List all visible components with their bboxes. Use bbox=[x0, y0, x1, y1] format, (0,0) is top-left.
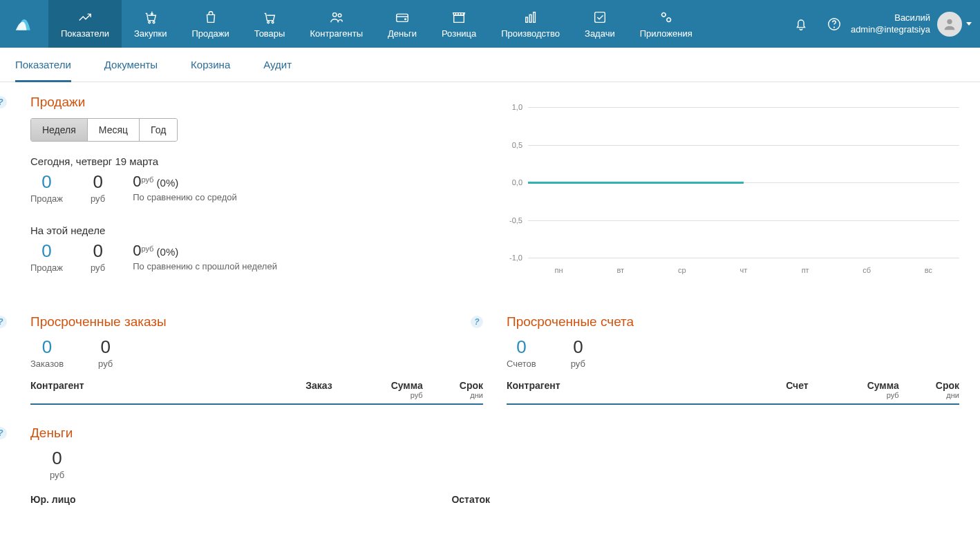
chart-data-line bbox=[528, 182, 744, 184]
subnav-audit[interactable]: Аудит bbox=[263, 48, 292, 82]
compare-sub: По сравнению с прошлой неделей bbox=[133, 261, 277, 271]
nav-sales[interactable]: Продажи bbox=[179, 0, 241, 48]
nav-label: Показатели bbox=[61, 28, 109, 39]
overdue-orders-stats: 0 Заказов 0 руб bbox=[30, 338, 483, 369]
week-count: 0 Продаж bbox=[30, 242, 63, 273]
nav-label: Контрагенты bbox=[310, 28, 363, 39]
orders-count: 0 Заказов bbox=[30, 338, 64, 369]
th-legal-entity: Юр. лицо bbox=[30, 494, 398, 505]
nav-counterparties[interactable]: Контрагенты bbox=[297, 0, 375, 48]
nav-label: Задачи bbox=[585, 28, 615, 39]
th-order: Заказ bbox=[211, 380, 332, 399]
stat-value: 0 bbox=[507, 338, 536, 356]
overdue-invoices-stats: 0 Счетов 0 руб bbox=[507, 338, 959, 369]
xtick: сб bbox=[836, 266, 898, 274]
period-month[interactable]: Месяц bbox=[88, 119, 140, 141]
sales-title: Продажи bbox=[30, 95, 488, 110]
wallet-icon bbox=[395, 10, 410, 26]
help-circle-icon bbox=[827, 17, 842, 32]
compare-sub: По сравнению со средой bbox=[133, 192, 237, 202]
orders-amount: 0 руб bbox=[98, 338, 113, 369]
compare-value: 0 bbox=[133, 242, 141, 259]
nav-purchases[interactable]: Закупки bbox=[122, 0, 179, 48]
stat-label: Заказов bbox=[30, 359, 64, 369]
nav-indicators[interactable]: Показатели bbox=[48, 0, 122, 48]
subnav-documents[interactable]: Документы bbox=[104, 48, 158, 82]
period-toggle: Неделя Месяц Год bbox=[30, 118, 178, 142]
bell-icon bbox=[793, 17, 809, 32]
stat-value: 0 bbox=[30, 173, 63, 191]
check-square-icon bbox=[592, 10, 607, 26]
nav-tasks[interactable]: Задачи bbox=[572, 0, 628, 48]
period-year[interactable]: Год bbox=[140, 119, 177, 141]
nav-label: Деньги bbox=[388, 28, 417, 39]
stat-value: 0 bbox=[98, 338, 113, 356]
nav-label: Товары bbox=[254, 28, 285, 39]
compare-value: 0 bbox=[133, 173, 141, 190]
nav-apps[interactable]: Приложения bbox=[628, 0, 705, 48]
stat-label: руб bbox=[91, 193, 105, 204]
nav-label: Производство bbox=[501, 28, 560, 39]
stat-value: 0 bbox=[50, 449, 64, 467]
nav-goods[interactable]: Товары bbox=[242, 0, 298, 48]
logo[interactable] bbox=[0, 0, 48, 48]
top-nav: Показатели Закупки Продажи Товары Контра… bbox=[0, 0, 980, 48]
sales-chart: 1,0 0,5 0,0 -0,5 -1,0 пн вт ср чт пт сб … bbox=[502, 102, 959, 274]
th-invoice: Счет bbox=[688, 380, 809, 399]
sub-nav: Показатели Документы Корзина Аудит bbox=[0, 48, 980, 82]
nav-production[interactable]: Производство bbox=[489, 0, 572, 48]
money-panel: ? Деньги 0 руб Юр. лицо Остаток bbox=[21, 426, 490, 509]
help-badge[interactable]: ? bbox=[471, 316, 483, 328]
nav-money[interactable]: Деньги bbox=[375, 0, 429, 48]
overdue-invoices-panel: ? Просроченные счета 0 Счетов 0 руб Конт… bbox=[497, 314, 959, 405]
svg-rect-11 bbox=[595, 12, 605, 23]
store-icon bbox=[451, 10, 467, 26]
nav-right: Василий admin@integratsiya bbox=[784, 0, 980, 48]
stat-value: 0 bbox=[571, 338, 585, 356]
week-amount: 0 руб bbox=[91, 242, 105, 273]
subnav-indicators[interactable]: Показатели bbox=[15, 48, 71, 82]
svg-point-0 bbox=[148, 21, 150, 23]
subnav-trash[interactable]: Корзина bbox=[191, 48, 230, 82]
money-title: Деньги bbox=[30, 426, 490, 441]
bag-icon bbox=[203, 10, 218, 26]
nav-retail[interactable]: Розница bbox=[429, 0, 489, 48]
svg-point-16 bbox=[947, 19, 952, 23]
svg-rect-10 bbox=[533, 12, 535, 23]
svg-point-4 bbox=[332, 13, 337, 17]
svg-point-1 bbox=[153, 21, 155, 23]
help-badge[interactable]: ? bbox=[0, 316, 7, 328]
gears-icon bbox=[659, 10, 674, 26]
overdue-orders-panel: ? Просроченные заказы 0 Заказов 0 руб Ко… bbox=[21, 314, 483, 405]
week-stats: 0 Продаж 0 руб 0руб (0%) По сравнению с … bbox=[30, 242, 488, 273]
today-date: Сегодня, четверг 19 марта bbox=[30, 155, 488, 167]
th-sum: Суммаруб bbox=[332, 380, 423, 399]
th-balance: Остаток bbox=[398, 494, 490, 505]
svg-point-15 bbox=[833, 27, 834, 28]
xtick: вс bbox=[898, 266, 959, 274]
xtick: вт bbox=[590, 266, 651, 274]
th-term: Срокдни bbox=[423, 380, 483, 399]
overdue-orders-title: Просроченные заказы bbox=[30, 314, 483, 330]
svg-point-2 bbox=[267, 21, 270, 23]
period-week[interactable]: Неделя bbox=[31, 119, 88, 141]
invoices-count: 0 Счетов bbox=[507, 338, 536, 369]
xtick: пн bbox=[528, 266, 590, 274]
week-date: На этой неделе bbox=[30, 225, 488, 236]
ytick: -1,0 bbox=[509, 254, 522, 262]
svg-point-7 bbox=[405, 19, 406, 20]
help-button[interactable] bbox=[818, 0, 851, 48]
help-badge[interactable]: ? bbox=[0, 96, 7, 108]
chart-line-icon bbox=[77, 10, 93, 26]
content: ? Продажи Неделя Месяц Год Сегодня, четв… bbox=[0, 82, 980, 530]
notifications-button[interactable] bbox=[784, 0, 818, 48]
th-term: Срокдни bbox=[899, 380, 959, 399]
today-compare: 0руб (0%) По сравнению со средой bbox=[133, 173, 237, 202]
person-icon bbox=[942, 17, 957, 32]
stat-label: руб bbox=[571, 359, 585, 369]
help-badge[interactable]: ? bbox=[0, 427, 7, 439]
stat-label: руб bbox=[50, 470, 64, 480]
user-menu[interactable]: Василий admin@integratsiya bbox=[851, 12, 980, 37]
ytick: 1,0 bbox=[512, 103, 522, 111]
chevron-down-icon bbox=[966, 22, 972, 26]
